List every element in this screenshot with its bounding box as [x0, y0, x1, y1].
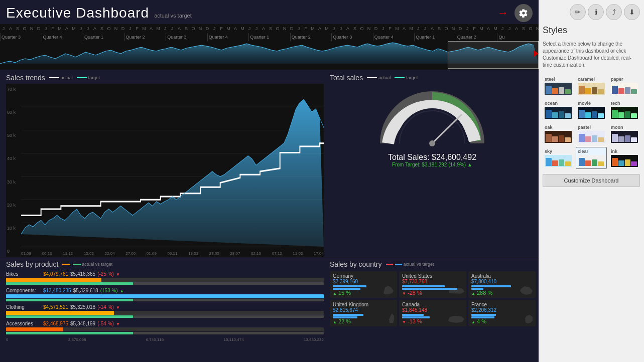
product-label-components: Components: $13,480,235 $5,329,618 (153 …	[6, 288, 324, 293]
settings-button[interactable]	[514, 4, 533, 22]
components-actual-fill	[6, 294, 324, 298]
country-grid: Germany $2,399,160 15 % United States $7…	[330, 271, 536, 326]
canada-val: $1,845,148	[402, 307, 463, 313]
info-button[interactable]: ℹ	[588, 4, 604, 20]
bikes-target-fill	[6, 282, 133, 285]
theme-grid: steel caramel paper	[543, 75, 640, 169]
header-subtitle: actual vs target	[154, 13, 192, 19]
theme-pastel-preview	[578, 131, 605, 143]
uk-actual-bar	[333, 314, 363, 316]
bikes-trend-icon	[116, 271, 120, 277]
product-name-clothing: Clothing	[6, 304, 41, 310]
share-button[interactable]: ⤴	[606, 4, 622, 20]
theme-clear[interactable]: clear	[576, 147, 607, 169]
arrow-icon: →	[497, 7, 508, 20]
country-target-indicator	[395, 264, 402, 265]
usa-actual-bar	[402, 285, 445, 287]
timeline-quarters: Quarter 3Quarter 4Quarter 1Quarter 2Quar…	[0, 33, 539, 41]
sales-by-country: Sales by country actual vs target German…	[328, 257, 539, 362]
australia-val: $7,800,410	[471, 279, 533, 284]
accessories-target-bar	[6, 332, 324, 334]
timeline-section: JASONDJFMAMJJASONDJFMAMJJASONDJFMAMJJASO…	[0, 24, 539, 70]
uk-val: $2,815,674	[333, 307, 394, 313]
theme-caramel-label: caramel	[578, 77, 595, 82]
country-card-australia: Australia $7,800,410 288 %	[468, 271, 536, 298]
theme-pastel[interactable]: pastel	[576, 123, 607, 145]
theme-movie[interactable]: movie	[576, 99, 607, 121]
theme-caramel[interactable]: caramel	[576, 75, 607, 97]
product-label-clothing: Clothing $4,571,521 $5,325,018 (-14 %)	[6, 304, 324, 310]
title-area: Executive Dashboard actual vs target	[6, 5, 192, 21]
product-subtitle: actual vs target	[62, 262, 112, 267]
clothing-pct: (-14 %)	[97, 304, 114, 310]
bottom-panels: Sales by product actual vs target Bikes …	[0, 257, 539, 362]
theme-moon[interactable]: moon	[609, 123, 640, 145]
gear-icon	[519, 9, 528, 18]
edit-button[interactable]: ✏	[570, 4, 586, 20]
theme-tech-preview	[611, 107, 638, 119]
page-title: Executive Dashboard	[6, 5, 149, 21]
components-target-fill	[6, 299, 133, 301]
timeline-minimap[interactable]	[0, 41, 539, 69]
accessories-val1: $2,468,975	[43, 321, 68, 326]
components-val2: $5,329,618	[73, 288, 98, 293]
country-actual-indicator	[386, 264, 393, 265]
clothing-actual-bar	[6, 311, 324, 315]
germany-map	[381, 283, 396, 297]
sales-trends-panel: Sales trends actual target 70 k 60 k 50 …	[0, 70, 328, 257]
bikes-val1: $4,079,761	[43, 271, 68, 277]
timeline-chart-svg	[0, 41, 539, 69]
theme-clear-label: clear	[578, 149, 588, 154]
germany-name: Germany	[333, 273, 394, 279]
product-name-components: Components:	[6, 288, 41, 293]
actual-line-indicator	[49, 77, 59, 78]
accessories-actual-bar	[6, 327, 324, 331]
from-target: From Target: $3,181,292 (14.9%) ▲	[388, 162, 476, 167]
theme-sky-label: sky	[545, 149, 552, 154]
country-card-france: France $2,206,312 4 %	[468, 300, 536, 326]
france-map	[524, 313, 535, 325]
sales-trend-chart: 70 k 60 k 50 k 40 k 30 k 20 k 10 k 0	[6, 84, 324, 257]
theme-steel[interactable]: steel	[543, 75, 574, 97]
theme-oak-label: oak	[545, 125, 553, 130]
france-name: France	[471, 302, 533, 307]
australia-actual-bar	[471, 285, 511, 287]
germany-actual-bar	[333, 285, 366, 287]
components-actual-bar	[6, 294, 324, 298]
theme-steel-label: steel	[545, 77, 555, 82]
timeline-months: JASONDJFMAMJJASONDJFMAMJJASONDJFMAMJJASO…	[0, 25, 539, 33]
uk-name: United Kingdom	[333, 302, 394, 307]
accessories-target-fill	[6, 332, 133, 334]
theme-tech[interactable]: tech	[609, 99, 640, 121]
svg-point-10	[429, 140, 435, 146]
total-target-line	[395, 77, 405, 78]
theme-sky[interactable]: sky	[543, 147, 574, 169]
total-actual-line	[367, 77, 377, 78]
uk-map	[387, 312, 396, 325]
accessories-pct: (-54 %)	[97, 321, 114, 326]
product-name-bikes: Bikes	[6, 271, 41, 277]
legend-target: target	[77, 75, 100, 80]
clothing-target-bar	[6, 315, 324, 318]
accessories-actual-fill	[6, 327, 63, 331]
download-button[interactable]: ⬇	[624, 4, 640, 20]
accessories-trend-icon	[116, 321, 120, 326]
total-legend-actual: actual	[367, 75, 391, 80]
gauge-labels: Total Sales: $24,600,492 From Target: $3…	[388, 153, 476, 167]
theme-paper-preview	[611, 83, 638, 95]
theme-ocean[interactable]: ocean	[543, 99, 574, 121]
styles-sidebar: ✏ ℹ ⤴ ⬇ Styles Select a theme below to c…	[539, 0, 644, 362]
customize-dashboard-button[interactable]: Customize Dashboard	[543, 174, 640, 187]
clothing-trend-icon	[116, 304, 120, 310]
target-line-indicator	[77, 77, 87, 78]
theme-ink[interactable]: ink	[609, 147, 640, 169]
france-actual-bar	[471, 314, 496, 316]
theme-oak[interactable]: oak	[543, 123, 574, 145]
country-subtitle: actual vs target	[386, 262, 434, 267]
bikes-actual-fill	[6, 278, 101, 282]
components-pct: (153 %)	[100, 288, 118, 293]
header: Executive Dashboard actual vs target →	[0, 0, 539, 24]
bikes-pct: (-25 %)	[97, 271, 114, 277]
sales-trends-title: Sales trends	[6, 74, 45, 82]
theme-paper[interactable]: paper	[609, 75, 640, 97]
